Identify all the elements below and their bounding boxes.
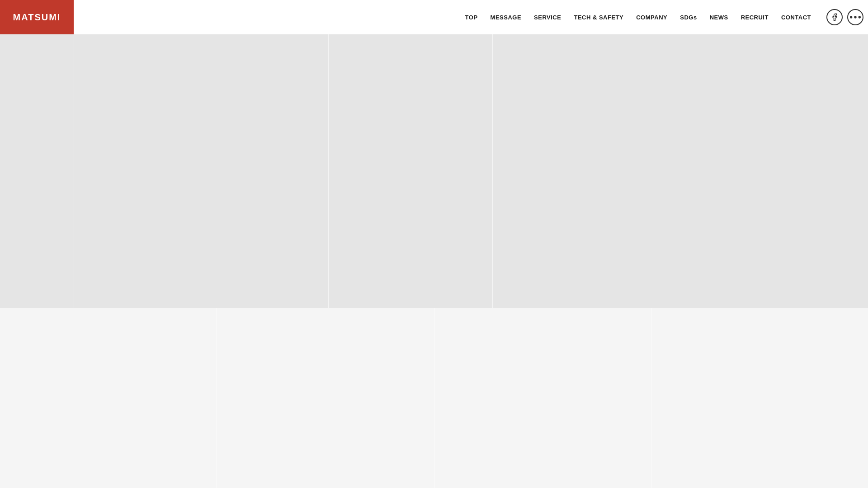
nav-contact[interactable]: CONTACT [775,0,817,34]
bottom-section [0,308,868,488]
bottom-col-4 [651,308,868,488]
nav-service[interactable]: SERVICE [528,0,567,34]
svg-point-2 [859,16,861,18]
nav-news[interactable]: NEWS [703,0,735,34]
main-nav: TOP MESSAGE SERVICE TECH & SAFETY COMPAN… [454,0,822,34]
logo-area[interactable]: MATSUMI [0,0,74,34]
header-spacer [74,0,454,34]
nav-top[interactable]: TOP [459,0,484,34]
bottom-col-2 [217,308,434,488]
nav-sdgs[interactable]: SDGs [674,0,703,34]
nav-tech-safety[interactable]: TECH & SAFETY [567,0,630,34]
site-logo: MATSUMI [13,12,61,23]
hero-grid-line [492,34,493,308]
bottom-col-1 [0,308,217,488]
bottom-col-3 [434,308,651,488]
svg-point-0 [850,16,852,18]
site-header: MATSUMI TOP MESSAGE SERVICE TECH & SAFET… [0,0,868,34]
hero-section [0,34,868,308]
more-icon[interactable] [847,9,863,25]
social-icons-area [822,0,868,34]
nav-recruit[interactable]: RECRUIT [735,0,775,34]
facebook-icon[interactable] [826,9,843,25]
main-content [0,0,868,488]
svg-point-1 [854,16,856,18]
nav-message[interactable]: MESSAGE [484,0,528,34]
nav-company[interactable]: COMPANY [630,0,674,34]
